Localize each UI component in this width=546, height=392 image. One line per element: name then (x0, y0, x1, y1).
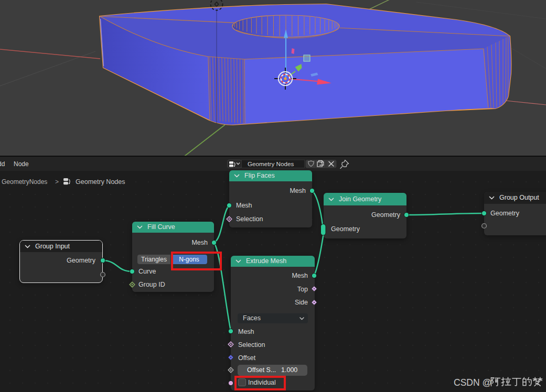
svg-text:Geometry Nodes: Geometry Nodes (248, 160, 294, 167)
svg-text:CSDN @: CSDN @ (454, 377, 491, 388)
